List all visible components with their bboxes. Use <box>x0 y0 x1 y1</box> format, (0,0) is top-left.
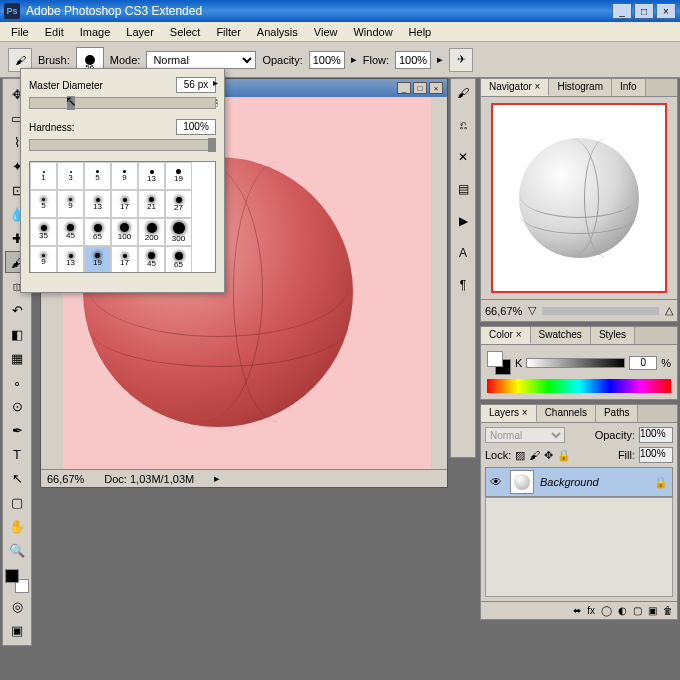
brush-preset-cell[interactable]: 35 <box>30 218 57 246</box>
tab-channels[interactable]: Channels <box>537 405 596 422</box>
tab-histogram[interactable]: Histogram <box>549 79 612 96</box>
opacity-flyout-icon[interactable]: ▸ <box>351 53 357 66</box>
brush-preset-cell[interactable]: 27 <box>165 190 192 218</box>
new-layer-icon[interactable]: ▣ <box>648 605 657 616</box>
flow-flyout-icon[interactable]: ▸ <box>437 53 443 66</box>
brush-preset-cell[interactable]: 3 <box>57 162 84 190</box>
eraser-tool[interactable]: ◧ <box>5 323 29 345</box>
brush-preset-cell[interactable]: 9 <box>30 246 57 273</box>
tab-color[interactable]: Color × <box>481 327 531 344</box>
hardness-input[interactable]: 100% <box>176 119 216 135</box>
brush-preset-cell[interactable]: 9 <box>57 190 84 218</box>
link-layers-icon[interactable]: ⬌ <box>573 605 581 616</box>
brush-preset-cell[interactable]: 5 <box>30 190 57 218</box>
layer-thumbnail[interactable] <box>510 470 534 494</box>
brush-preset-cell[interactable]: 45 <box>57 218 84 246</box>
blur-tool[interactable]: ∘ <box>5 371 29 393</box>
zoom-out-icon[interactable]: ▽ <box>528 304 536 317</box>
menu-filter[interactable]: Filter <box>209 24 247 40</box>
mask-icon[interactable]: ◯ <box>601 605 612 616</box>
lock-all-icon[interactable]: 🔒 <box>557 449 571 462</box>
brush-preset-grid[interactable]: 1359131959131721273545651002003009131917… <box>29 161 216 273</box>
brush-preset-cell[interactable]: 17 <box>111 246 138 273</box>
maximize-button[interactable]: □ <box>634 3 654 19</box>
color-fg-bg-swatch[interactable] <box>487 351 511 375</box>
history-brush-tool[interactable]: ↶ <box>5 299 29 321</box>
tab-layers[interactable]: Layers × <box>481 405 537 422</box>
status-flyout-icon[interactable]: ▸ <box>214 472 220 485</box>
tool-presets-icon[interactable]: ✕ <box>453 147 473 167</box>
brush-preset-cell[interactable]: 19 <box>165 162 192 190</box>
screenmode-toggle[interactable]: ▣ <box>5 619 29 641</box>
layer-name[interactable]: Background <box>540 476 648 488</box>
brush-preset-cell[interactable]: 100 <box>111 218 138 246</box>
nav-zoom-slider[interactable] <box>542 307 659 315</box>
menu-analysis[interactable]: Analysis <box>250 24 305 40</box>
menu-image[interactable]: Image <box>73 24 118 40</box>
brushes-panel-icon[interactable]: 🖌 <box>453 83 473 103</box>
type-tool[interactable]: T <box>5 443 29 465</box>
k-value-input[interactable]: 0 <box>629 356 657 370</box>
adjustment-icon[interactable]: ◐ <box>618 605 627 616</box>
menu-edit[interactable]: Edit <box>38 24 71 40</box>
layercomps-icon[interactable]: ▤ <box>453 179 473 199</box>
k-slider[interactable] <box>526 358 625 368</box>
menu-window[interactable]: Window <box>346 24 399 40</box>
zoom-in-icon[interactable]: △ <box>665 304 673 317</box>
brush-preset-cell[interactable]: 1 <box>30 162 57 190</box>
fill-input[interactable]: 100% <box>639 447 673 463</box>
doc-close-button[interactable]: × <box>429 82 443 94</box>
brush-preset-cell[interactable]: 200 <box>138 218 165 246</box>
character-panel-icon[interactable]: A <box>453 243 473 263</box>
shape-tool[interactable]: ▢ <box>5 491 29 513</box>
lock-transparency-icon[interactable]: ▨ <box>515 449 525 462</box>
brush-preset-cell[interactable]: 9 <box>111 162 138 190</box>
minimize-button[interactable]: _ <box>612 3 632 19</box>
actions-panel-icon[interactable]: ▶ <box>453 211 473 231</box>
menu-select[interactable]: Select <box>163 24 208 40</box>
brush-preset-cell[interactable]: 21 <box>138 190 165 218</box>
hand-tool[interactable]: ✋ <box>5 515 29 537</box>
menu-view[interactable]: View <box>307 24 345 40</box>
menu-help[interactable]: Help <box>402 24 439 40</box>
doc-maximize-button[interactable]: □ <box>413 82 427 94</box>
visibility-eye-icon[interactable]: 👁 <box>490 475 504 489</box>
tab-info[interactable]: Info <box>612 79 646 96</box>
menu-layer[interactable]: Layer <box>119 24 161 40</box>
paragraph-panel-icon[interactable]: ¶ <box>453 275 473 295</box>
brush-preset-cell[interactable]: 17 <box>111 190 138 218</box>
menu-file[interactable]: File <box>4 24 36 40</box>
nav-zoom-readout[interactable]: 66,67% <box>485 305 522 317</box>
flow-input[interactable]: 100% <box>395 51 431 69</box>
gradient-tool[interactable]: ▦ <box>5 347 29 369</box>
path-select-tool[interactable]: ↖ <box>5 467 29 489</box>
pen-tool[interactable]: ✒ <box>5 419 29 441</box>
brush-preset-cell[interactable]: 5 <box>84 162 111 190</box>
brush-preset-cell[interactable]: 19 <box>84 246 111 273</box>
tab-navigator[interactable]: Navigator × <box>481 79 549 96</box>
fx-icon[interactable]: fx <box>587 605 595 616</box>
brush-preset-cell[interactable]: 65 <box>84 218 111 246</box>
panel-menu-icon[interactable]: ▸ <box>213 77 218 88</box>
brush-preset-cell[interactable]: 45 <box>138 246 165 273</box>
blend-mode-select[interactable]: Normal <box>146 51 256 69</box>
layer-opacity-input[interactable]: 100% <box>639 427 673 443</box>
diameter-input[interactable]: 56 px <box>176 77 216 93</box>
zoom-tool[interactable]: 🔍 <box>5 539 29 561</box>
delete-layer-icon[interactable]: 🗑 <box>663 605 673 616</box>
hardness-slider[interactable] <box>29 139 216 151</box>
dodge-tool[interactable]: ⊙ <box>5 395 29 417</box>
doc-minimize-button[interactable]: _ <box>397 82 411 94</box>
brush-preset-cell[interactable]: 13 <box>138 162 165 190</box>
tab-swatches[interactable]: Swatches <box>531 327 591 344</box>
brush-preset-cell[interactable]: 300 <box>165 218 192 246</box>
clone-panel-icon[interactable]: ⎌ <box>453 115 473 135</box>
color-swatches[interactable] <box>5 569 29 593</box>
group-icon[interactable]: ▢ <box>633 605 642 616</box>
navigator-proxy[interactable] <box>491 103 667 293</box>
brush-preset-cell[interactable]: 13 <box>57 246 84 273</box>
airbrush-toggle-icon[interactable]: ✈ <box>449 48 473 72</box>
diameter-slider[interactable] <box>29 97 216 109</box>
layer-blend-select[interactable]: Normal <box>485 427 565 443</box>
tab-paths[interactable]: Paths <box>596 405 639 422</box>
